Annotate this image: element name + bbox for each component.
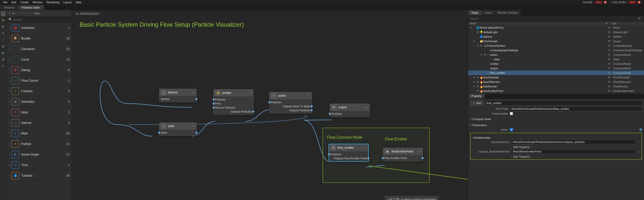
vis-toggle-icon[interactable]: 👁 — [607, 76, 611, 79]
name-field[interactable] — [486, 101, 642, 105]
primpath-field[interactable] — [510, 107, 642, 111]
visibility-icon[interactable]: 👁 — [483, 53, 487, 56]
dots2-icon[interactable]: ⋯ — [22, 12, 25, 15]
add-button[interactable]: ＋Add — [470, 100, 484, 106]
expand-icon[interactable]: ▾ — [473, 40, 476, 42]
node-sphere[interactable]: ◯ Sphere ⋯ Sphere — [159, 89, 197, 102]
dots3-icon[interactable]: ⋯ — [26, 12, 29, 15]
palette-search-input[interactable] — [13, 18, 70, 21]
vis-toggle-icon[interactable]: 👁 — [607, 26, 611, 29]
category-particle[interactable]: › ✦ Particle 21 — [7, 139, 72, 149]
active-checkbox[interactable] — [510, 128, 513, 131]
add-icon[interactable]: ＋ — [8, 11, 11, 15]
port-in[interactable] — [158, 132, 160, 134]
vis-toggle-icon[interactable]: 👁 — [607, 80, 611, 83]
instanceable-checkbox[interactable] — [510, 112, 513, 115]
vis-toggle-icon[interactable]: 👁 — [607, 31, 611, 34]
visibility-icon[interactable]: 👁 — [479, 44, 483, 47]
tree-row-emitter[interactable]: emitter 👁 ComputeNode — [468, 62, 644, 66]
menu-create[interactable]: Create — [18, 1, 31, 4]
menu-rendering[interactable]: Rendering — [45, 1, 61, 4]
tool-snap-icon[interactable]: ⊞ — [1, 44, 6, 49]
vis-toggle-icon[interactable]: 👁 — [607, 53, 611, 56]
graph-canvas[interactable]: 🗂 ParticleSystem Basic Particle System D… — [72, 10, 468, 200]
category-internal[interactable]: › ◯ Internal 3 — [7, 118, 72, 128]
menu-layout[interactable]: Layout — [61, 1, 74, 4]
category-debug[interactable]: › 🐞 Debug 6 — [7, 65, 72, 75]
vis-toggle-icon[interactable]: 👁 — [607, 44, 611, 47]
tree-row-flowsimulate[interactable]: ▸ 👁 🔥 flowSimulate 👁 FlowSimulate — [468, 75, 644, 80]
vis-toggle-icon[interactable]: 👁 — [607, 62, 611, 65]
expand-icon[interactable]: ▾ — [469, 26, 472, 29]
expand-icon[interactable]: ▸ — [473, 81, 476, 83]
vis-toggle-icon[interactable]: 👁 — [607, 89, 611, 92]
section-parameters[interactable]: ▾Parameters — [470, 123, 642, 127]
node-output[interactable]: 👁 output ⋯ Particles — [330, 104, 370, 117]
tool-select-icon[interactable]: ⬚ — [1, 11, 6, 16]
remove-icon-2[interactable]: － — [638, 150, 640, 154]
inputs-particles-field[interactable] — [511, 140, 636, 144]
tree-row-flow-emitter[interactable]: ⬚ flow_emitter 👁 ComputeNode — [468, 71, 644, 75]
tool-brush-icon[interactable]: ✎ — [1, 63, 6, 68]
category-tutorials[interactable]: › 📘 Tutorials 36 — [7, 170, 72, 181]
tool-options-icon[interactable]: ⚙ — [1, 57, 6, 62]
tree-row-flowrender[interactable]: ▸ 👁 🔥 flowRender 👁 FlowRender — [468, 84, 644, 89]
vis-toggle-icon[interactable]: 👁 — [607, 71, 611, 74]
visibility-icon[interactable]: 👁 — [476, 31, 480, 34]
vis-toggle-icon[interactable]: 👁 — [607, 58, 611, 61]
tab-render-settings[interactable]: Render Settings — [495, 10, 521, 15]
tab-stage[interactable]: Stage — [468, 10, 482, 15]
tree-row-output[interactable]: output 👁 ComputeNode — [468, 66, 644, 71]
tree-row-state[interactable]: state 👁 State — [468, 57, 644, 62]
expand-icon[interactable]: ▸ — [473, 76, 476, 79]
tab-particles-editor[interactable]: Particles Editor — [18, 5, 44, 10]
visibility-icon[interactable]: 👁 — [476, 85, 480, 88]
menu-help[interactable]: Help — [74, 1, 84, 4]
category-time[interactable]: › ⏱ Time 1 — [7, 160, 72, 170]
category-flow-control[interactable]: › ⇢ Flow Control 1 — [7, 75, 72, 86]
tab-viewport[interactable]: Viewport — [0, 5, 18, 10]
port-out[interactable] — [195, 98, 197, 100]
param-chip-icon[interactable] — [639, 128, 642, 131]
section-relationships[interactable]: ▾Relationships — [472, 136, 640, 140]
vis-toggle-icon[interactable]: 👁 — [607, 35, 611, 38]
visibility-icon[interactable]: 👁 — [476, 76, 480, 79]
remove-icon[interactable]: － — [638, 140, 640, 144]
vis-toggle-icon[interactable]: 👁 — [607, 67, 611, 70]
category-curve[interactable]: › ∿ Curve 12 — [7, 54, 72, 65]
section-compute-node[interactable]: ▾Compute Node — [470, 117, 642, 121]
tool-pointer-icon[interactable]: ➤ — [1, 18, 6, 23]
node-emitter[interactable]: ✨ emitter ⋯ Particles Prim Source Partic… — [213, 89, 254, 115]
tree-row-defaultlight[interactable]: 👁 💡 defaultLight 👁 DistantLight — [468, 30, 644, 34]
tab-layer[interactable]: Layer — [482, 10, 495, 15]
view-dropdown[interactable]: View — [34, 12, 40, 15]
tool-scale-icon[interactable]: ⤢ — [1, 37, 6, 42]
tool-play-icon[interactable]: ▶ — [1, 50, 6, 55]
category-bundle[interactable]: › 📦 Bundle 10 — [7, 33, 72, 44]
category-input[interactable]: › ↧ Input 3 — [7, 107, 72, 118]
menu-window[interactable]: Window — [31, 1, 45, 4]
dropdown-icon[interactable]: ▾ — [13, 12, 14, 15]
menu-edit[interactable]: Edit — [10, 1, 18, 4]
tree-row-omnigraph[interactable]: ▾ 📁 OmniGraph 👁 Scope — [468, 39, 644, 43]
tool-rotate-icon[interactable]: ⟲ — [1, 31, 6, 36]
outputs-flowemitter-field[interactable] — [511, 149, 636, 154]
filter-icon[interactable]: ☰ — [636, 17, 642, 20]
stage-search[interactable]: ☰ — [468, 16, 644, 22]
vis-toggle-icon[interactable]: 👁 — [607, 85, 611, 88]
node-solver[interactable]: ⚛ solver ⋯ Particles Outputs Back To Sta… — [269, 92, 312, 114]
tree-row-computegraphsettings[interactable]: computegraphSettings 👁 ComputeGraphSetti… — [468, 48, 644, 53]
tab-property[interactable]: Property — [468, 94, 485, 98]
tool-move-icon[interactable]: ✥ — [1, 24, 6, 29]
visibility-icon[interactable]: 👁 — [476, 80, 480, 83]
vis-toggle-icon[interactable]: 👁 — [607, 40, 611, 43]
category-scene-graph[interactable]: › ◧ Scene Graph 27 — [7, 149, 72, 160]
expand-icon[interactable]: ▸ — [473, 85, 476, 88]
stage-search-input[interactable] — [470, 17, 635, 20]
tree-row-flowoffscreen[interactable]: ▸ 👁 🔥 flowOffscreen 👁 FlowOffscreen — [468, 80, 644, 84]
category-constants[interactable]: › 𝑥 Constants 22 — [7, 44, 72, 54]
tree-row-flowemitterpoint[interactable]: 👁 🔥 flowEmitterPoint 👁 FlowEmitterPoint — [468, 89, 644, 93]
cache-status[interactable]: CACHE: OFF — [580, 1, 609, 4]
tree-row-solver[interactable]: ▾ 👁 ⬚ solver 👁 ComputeNode — [468, 53, 644, 57]
expand-icon[interactable]: ▾ — [480, 54, 483, 56]
